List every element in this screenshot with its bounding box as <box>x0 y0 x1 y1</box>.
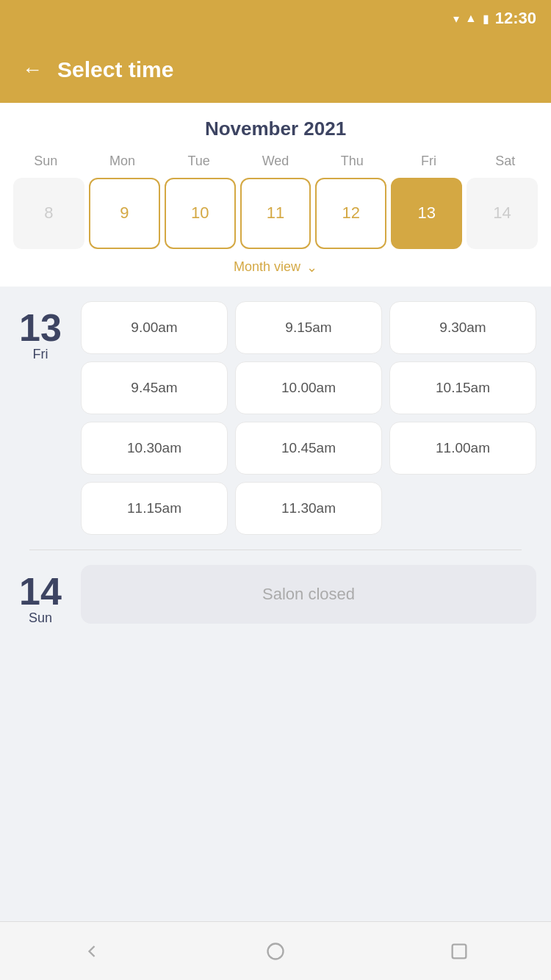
day-label-14: 14 Sun <box>15 565 66 626</box>
weekdays-row: Sun Mon Tue Wed Thu Fri Sat <box>7 154 544 169</box>
day-14: 14 <box>467 178 538 249</box>
nav-recent-button[interactable] <box>441 933 478 970</box>
app-header: ← Select time <box>0 37 551 103</box>
time-section: 13 Fri 9.00am 9.15am 9.30am 9.45am 10.00… <box>0 287 551 921</box>
time-slot-1130am[interactable]: 11.30am <box>235 482 382 535</box>
day-8: 8 <box>13 178 84 249</box>
time-slot-915am[interactable]: 9.15am <box>235 301 382 354</box>
day-10[interactable]: 10 <box>165 178 236 249</box>
battery-icon: ▮ <box>483 12 489 26</box>
page-title: Select time <box>57 57 173 82</box>
month-view-toggle[interactable]: Month view ⌄ <box>7 259 544 275</box>
month-year-label: November 2021 <box>7 118 544 140</box>
back-nav-icon <box>82 941 102 962</box>
svg-rect-1 <box>453 944 467 958</box>
svg-point-0 <box>268 943 284 959</box>
day-block-14: 14 Sun Salon closed <box>15 565 536 626</box>
time-slot-1030am[interactable]: 10.30am <box>81 422 228 475</box>
time-slot-1015am[interactable]: 10.15am <box>389 361 536 414</box>
time-slot-1000am[interactable]: 10.00am <box>235 361 382 414</box>
salon-closed-block: Salon closed <box>81 565 536 624</box>
weekday-sun: Sun <box>7 154 84 169</box>
time-slots-grid-13: 9.00am 9.15am 9.30am 9.45am 10.00am 10.1… <box>81 301 536 535</box>
time-slot-1045am[interactable]: 10.45am <box>235 422 382 475</box>
day-12[interactable]: 12 <box>315 178 386 249</box>
time-slot-900am[interactable]: 9.00am <box>81 301 228 354</box>
weekday-tue: Tue <box>161 154 237 169</box>
bottom-nav <box>0 921 551 980</box>
wifi-icon: ▾ <box>453 12 459 26</box>
nav-back-button[interactable] <box>73 933 110 970</box>
day-divider <box>29 550 522 550</box>
day-11[interactable]: 11 <box>240 178 311 249</box>
day-name-13: Fri <box>33 347 48 362</box>
day-13[interactable]: 13 <box>391 178 462 249</box>
day-label-13: 13 Fri <box>15 301 66 535</box>
weekday-thu: Thu <box>314 154 390 169</box>
month-view-label: Month view <box>234 259 300 275</box>
weekday-mon: Mon <box>84 154 160 169</box>
time-slot-1100am[interactable]: 11.00am <box>389 422 536 475</box>
nav-home-button[interactable] <box>257 933 294 970</box>
weekday-fri: Fri <box>390 154 467 169</box>
weekday-wed: Wed <box>237 154 314 169</box>
day-block-13: 13 Fri 9.00am 9.15am 9.30am 9.45am 10.00… <box>15 301 536 535</box>
status-icons: ▾ ▲ ▮ <box>453 12 489 26</box>
day-name-14: Sun <box>29 610 52 626</box>
recent-nav-icon <box>449 941 469 962</box>
day-number-14: 14 <box>19 572 62 610</box>
back-button[interactable]: ← <box>22 58 43 82</box>
status-bar: ▾ ▲ ▮ 12:30 <box>0 0 551 37</box>
signal-icon: ▲ <box>465 12 477 25</box>
time-slot-1115am[interactable]: 11.15am <box>81 482 228 535</box>
home-nav-icon <box>265 941 286 962</box>
status-time: 12:30 <box>495 9 536 28</box>
weekday-sat: Sat <box>467 154 544 169</box>
time-slot-930am[interactable]: 9.30am <box>389 301 536 354</box>
day-number-13: 13 <box>19 309 62 347</box>
day-9[interactable]: 9 <box>89 178 160 249</box>
days-row: 8 9 10 11 12 13 14 <box>7 178 544 249</box>
time-slot-945am[interactable]: 9.45am <box>81 361 228 414</box>
chevron-down-icon: ⌄ <box>306 259 317 275</box>
calendar-section: November 2021 Sun Mon Tue Wed Thu Fri Sa… <box>0 103 551 287</box>
